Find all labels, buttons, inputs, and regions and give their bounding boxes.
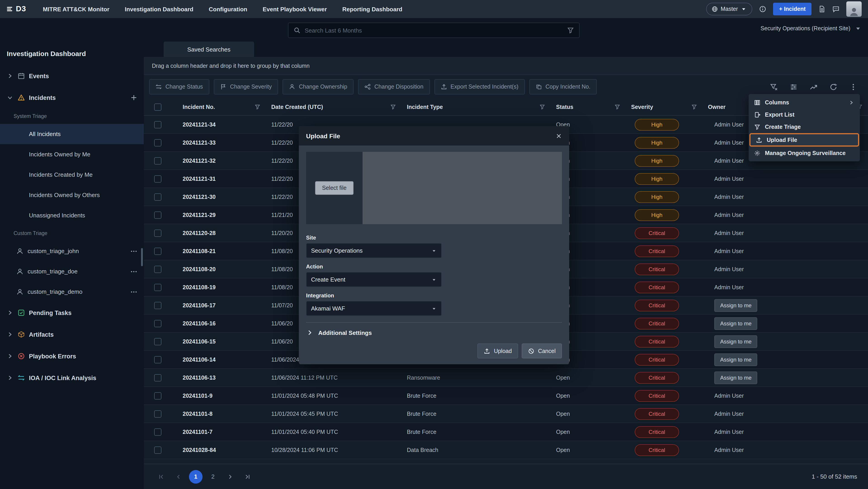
row-checkbox[interactable] bbox=[154, 392, 161, 399]
nav-item-event-playbook-viewer[interactable]: Event Playbook Viewer bbox=[255, 0, 335, 18]
row-checkbox[interactable] bbox=[154, 175, 161, 182]
cell-incident-no[interactable]: 20241028-84 bbox=[172, 447, 266, 453]
row-checkbox[interactable] bbox=[154, 338, 161, 345]
search-box[interactable] bbox=[288, 23, 580, 38]
sidebar-item-incidents-created-by-me[interactable]: Incidents Created by Me bbox=[0, 164, 144, 185]
more-h-icon[interactable] bbox=[130, 268, 137, 275]
copy-incident-no-button[interactable]: Copy Incident No. bbox=[529, 79, 597, 94]
cancel-button[interactable]: Cancel bbox=[522, 344, 562, 358]
funnel-icon[interactable] bbox=[254, 104, 260, 110]
assign-to-me-button[interactable]: Assign to me bbox=[714, 335, 757, 348]
action-select[interactable]: Create Event bbox=[306, 272, 442, 287]
column-settings-icon[interactable] bbox=[790, 83, 798, 91]
close-icon[interactable] bbox=[556, 133, 562, 139]
change-status-button[interactable]: Change Status bbox=[149, 79, 209, 94]
sidebar-item-custom-triage-demo[interactable]: custom_triage_demo bbox=[0, 282, 144, 302]
add-incident-button[interactable]: + Incident bbox=[773, 3, 811, 15]
master-selector[interactable]: Master bbox=[706, 3, 752, 15]
assign-to-me-button[interactable]: Assign to me bbox=[714, 353, 757, 366]
page-last-button[interactable] bbox=[241, 470, 254, 483]
user-avatar[interactable] bbox=[846, 1, 862, 17]
more-h-icon[interactable] bbox=[130, 248, 137, 255]
menu-item-export-list[interactable]: Export List bbox=[749, 108, 860, 121]
row-checkbox[interactable] bbox=[154, 157, 161, 164]
sidebar-item-unassigned-incidents[interactable]: Unassigned Incidents bbox=[0, 205, 144, 226]
menu-item-upload-file[interactable]: Upload File bbox=[749, 133, 859, 146]
sidebar-group-pending-tasks[interactable]: Pending Tasks bbox=[0, 302, 144, 324]
sidebar-group-artifacts[interactable]: Artifacts bbox=[0, 324, 144, 345]
row-checkbox[interactable] bbox=[154, 193, 161, 200]
select-file-button[interactable]: Select file bbox=[315, 181, 353, 195]
clear-filter-icon[interactable] bbox=[770, 83, 778, 91]
cell-incident-no[interactable]: 20241121-33 bbox=[172, 139, 266, 146]
cell-incident-no[interactable]: 20241106-15 bbox=[172, 338, 266, 345]
menu-item-manage-ongoing-surveillance[interactable]: Manage Ongoing Surveillance bbox=[749, 147, 860, 159]
sidebar-item-incidents-owned-by-others[interactable]: Incidents Owned by Others bbox=[0, 185, 144, 205]
cell-incident-no[interactable]: 20241121-31 bbox=[172, 175, 266, 182]
row-checkbox[interactable] bbox=[154, 302, 161, 309]
row-checkbox[interactable] bbox=[154, 356, 161, 363]
cell-incident-no[interactable]: 20241108-20 bbox=[172, 266, 266, 272]
cell-incident-no[interactable]: 20241101-7 bbox=[172, 429, 266, 435]
row-checkbox[interactable] bbox=[154, 139, 161, 146]
sidebar-scrollbar[interactable] bbox=[141, 248, 143, 266]
assign-to-me-button[interactable]: Assign to me bbox=[714, 371, 757, 384]
row-checkbox[interactable] bbox=[154, 320, 161, 327]
cell-incident-no[interactable]: 20241106-17 bbox=[172, 302, 266, 308]
page-button-2[interactable]: 2 bbox=[206, 470, 220, 483]
sidebar-item-custom-triage-doe[interactable]: custom_triage_doe bbox=[0, 261, 144, 282]
additional-settings-toggle[interactable]: Additional Settings bbox=[306, 329, 562, 336]
row-checkbox[interactable] bbox=[154, 446, 161, 454]
cell-incident-no[interactable]: 20241101-8 bbox=[172, 411, 266, 417]
cell-incident-no[interactable]: 20241108-21 bbox=[172, 248, 266, 254]
page-first-button[interactable] bbox=[155, 470, 168, 483]
funnel-icon[interactable] bbox=[691, 104, 697, 110]
row-checkbox[interactable] bbox=[154, 374, 161, 381]
change-ownership-button[interactable]: Change Ownership bbox=[283, 79, 353, 94]
tab-saved-searches[interactable]: Saved Searches bbox=[164, 41, 254, 57]
select-all-checkbox[interactable] bbox=[154, 103, 161, 110]
cell-incident-no[interactable]: 20241106-16 bbox=[172, 320, 266, 327]
info-icon[interactable] bbox=[759, 5, 767, 13]
more-h-icon[interactable] bbox=[130, 288, 137, 295]
funnel-icon[interactable] bbox=[390, 104, 396, 110]
sidebar-group-ioa-ioc-link-analysis[interactable]: IOA / IOC Link Analysis bbox=[0, 367, 144, 389]
column-header-status[interactable]: Status bbox=[551, 99, 626, 115]
cell-incident-no[interactable]: 20241101-9 bbox=[172, 392, 266, 399]
export-selected-incident-s-button[interactable]: Export Selected Incident(s) bbox=[434, 79, 525, 94]
sidebar-group-incidents[interactable]: Incidents bbox=[0, 87, 144, 108]
funnel-icon[interactable] bbox=[539, 104, 545, 110]
assign-to-me-button[interactable]: Assign to me bbox=[714, 299, 757, 312]
app-logo[interactable]: D3 bbox=[6, 4, 26, 13]
menu-item-columns[interactable]: Columns bbox=[749, 96, 860, 108]
row-checkbox[interactable] bbox=[154, 248, 161, 255]
file-drop-area[interactable] bbox=[363, 152, 562, 224]
page-prev-button[interactable] bbox=[172, 470, 185, 483]
cell-incident-no[interactable]: 20241121-30 bbox=[172, 194, 266, 200]
page-next-button[interactable] bbox=[223, 470, 237, 483]
integration-select[interactable]: Akamai WAF bbox=[306, 301, 442, 316]
cell-incident-no[interactable]: 20241108-19 bbox=[172, 284, 266, 290]
site-selector[interactable]: Security Operations (Recipient Site) bbox=[761, 25, 862, 32]
assign-to-me-button[interactable]: Assign to me bbox=[714, 317, 757, 330]
cell-incident-no[interactable]: 20241121-32 bbox=[172, 158, 266, 164]
sidebar-group-events[interactable]: Events bbox=[0, 65, 144, 87]
row-checkbox[interactable] bbox=[154, 265, 161, 273]
chat-icon[interactable] bbox=[832, 5, 839, 13]
search-input[interactable] bbox=[305, 27, 563, 34]
cell-incident-no[interactable]: 20241106-13 bbox=[172, 374, 266, 381]
row-checkbox[interactable] bbox=[154, 211, 161, 219]
row-checkbox[interactable] bbox=[154, 121, 161, 128]
refresh-icon[interactable] bbox=[830, 83, 837, 91]
site-select[interactable]: Security Operations bbox=[306, 243, 442, 258]
cell-incident-no[interactable]: 20241121-29 bbox=[172, 212, 266, 218]
cell-incident-no[interactable]: 20241106-14 bbox=[172, 356, 266, 363]
cell-incident-no[interactable]: 20241121-34 bbox=[172, 121, 266, 128]
document-icon[interactable] bbox=[818, 5, 826, 13]
trend-chart-icon[interactable] bbox=[810, 83, 817, 91]
column-header-severity[interactable]: Severity bbox=[626, 99, 703, 115]
file-dropzone[interactable]: Select file bbox=[306, 152, 562, 224]
funnel-icon[interactable] bbox=[614, 104, 620, 110]
column-header-incident-type[interactable]: Incident Type bbox=[401, 99, 551, 115]
nav-item-configuration[interactable]: Configuration bbox=[201, 0, 255, 18]
